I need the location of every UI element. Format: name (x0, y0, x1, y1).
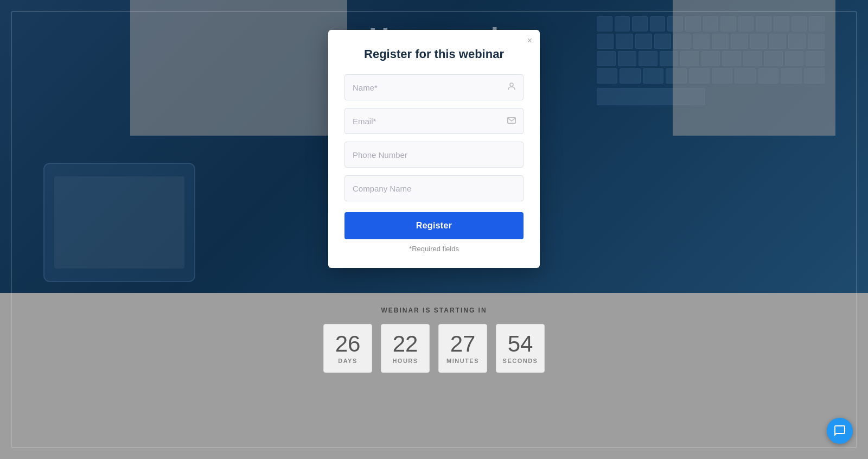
email-input[interactable] (344, 108, 524, 134)
chat-widget[interactable] (827, 418, 853, 444)
countdown-section: WEBINAR IS STARTING IN 26 DAYS 22 HOURS … (0, 307, 868, 373)
company-input[interactable] (344, 175, 524, 201)
phone-field-group (344, 142, 524, 168)
name-input[interactable] (344, 74, 524, 100)
minutes-value: 27 (450, 333, 476, 355)
required-note: *Required fields (344, 245, 524, 253)
hours-value: 22 (393, 333, 418, 355)
company-field-group (344, 175, 524, 201)
hours-unit: HOURS (392, 358, 418, 364)
tablet-screen (54, 176, 184, 269)
seconds-unit: SECONDS (503, 358, 538, 364)
phone-input[interactable] (344, 142, 524, 168)
countdown-days: 26 DAYS (323, 324, 372, 373)
chat-icon (833, 424, 846, 437)
gray-panel-left (130, 0, 347, 136)
days-value: 26 (335, 333, 361, 355)
gray-panel-right (673, 0, 835, 136)
minutes-unit: MINUTES (446, 358, 479, 364)
modal-close-button[interactable]: × (527, 36, 532, 45)
countdown-seconds: 54 SECONDS (496, 324, 545, 373)
countdown-minutes: 27 MINUTES (438, 324, 487, 373)
countdown-boxes: 26 DAYS 22 HOURS 27 MINUTES 54 SECONDS (323, 324, 545, 373)
modal-title: Register for this webinar (344, 47, 524, 61)
bg-bottom: WEBINAR IS STARTING IN 26 DAYS 22 HOURS … (0, 293, 868, 459)
countdown-hours: 22 HOURS (381, 324, 430, 373)
name-field-group (344, 74, 524, 100)
seconds-value: 54 (508, 333, 533, 355)
countdown-label: WEBINAR IS STARTING IN (381, 307, 487, 314)
register-button[interactable]: Register (344, 212, 524, 239)
tablet-decoration (43, 163, 195, 282)
email-field-group (344, 108, 524, 134)
days-unit: DAYS (338, 358, 358, 364)
registration-modal: × Register for this webinar Register *Re… (328, 30, 540, 268)
